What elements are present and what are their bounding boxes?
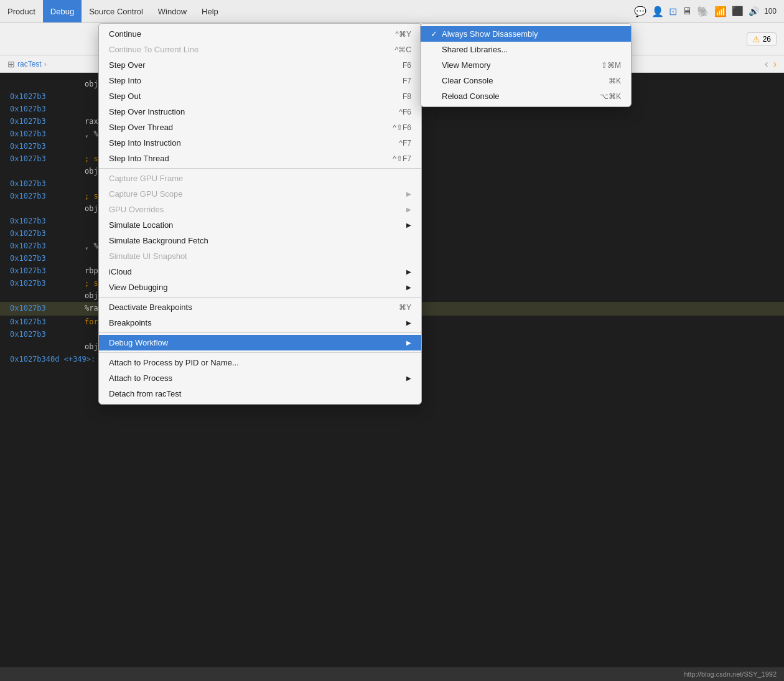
menubar: Product Debug Source Control Window Help…	[0, 0, 784, 23]
breadcrumb-chevron: ›	[44, 60, 47, 68]
menu-item-icloud[interactable]: iCloud ▶	[99, 264, 421, 279]
elephant-icon[interactable]: 🐘	[697, 6, 709, 17]
menu-separator-1	[99, 168, 421, 169]
profile-icon[interactable]: 👤	[651, 6, 664, 17]
menu-item-deactivate-breakpoints[interactable]: Deactivate Breakpoints ⌘Y	[99, 299, 421, 315]
remote-icon[interactable]: ⊡	[669, 6, 677, 17]
screen-icon[interactable]: ⬛	[732, 6, 744, 17]
menu-item-capture-gpu-scope[interactable]: Capture GPU Scope ▶	[99, 186, 421, 202]
menu-item-capture-gpu-frame[interactable]: Capture GPU Frame	[99, 171, 421, 186]
submenu-item-reload-console[interactable]: Reload Console ⌥⌘K	[421, 88, 631, 104]
menubar-item-debug[interactable]: Debug	[43, 0, 82, 22]
menu-item-step-out[interactable]: Step Out F8	[99, 88, 421, 104]
breadcrumb-project[interactable]: racTest	[17, 60, 42, 68]
menubar-item-window[interactable]: Window	[151, 0, 194, 22]
time-display: 100	[764, 7, 777, 16]
wifi-icon[interactable]: 📶	[714, 6, 727, 17]
menubar-right-area: 💬 👤 ⊡ 🖥 🐘 📶 ⬛ 🔊 100	[634, 6, 784, 17]
grid-icon: ⊞	[7, 59, 15, 69]
menu-item-step-over-thread[interactable]: Step Over Thread ^⇧F6	[99, 120, 421, 135]
menu-item-view-debugging[interactable]: View Debugging ▶	[99, 279, 421, 295]
menu-separator-2	[99, 297, 421, 298]
menu-item-step-into-thread[interactable]: Step Into Thread ^⇧F7	[99, 151, 421, 166]
menubar-item-product[interactable]: Product	[0, 0, 43, 22]
menu-item-attach-to-process[interactable]: Attach to Process ▶	[99, 370, 421, 386]
menu-item-continue[interactable]: Continue ^⌘Y	[99, 26, 421, 42]
monitor-icon[interactable]: 🖥	[682, 6, 692, 17]
volume-icon[interactable]: 🔊	[749, 6, 759, 16]
nav-arrow-right[interactable]: ›	[773, 59, 777, 70]
submenu-item-always-show-disassembly[interactable]: ✓ Always Show Disassembly	[421, 26, 631, 42]
menu-item-step-over[interactable]: Step Over F6	[99, 57, 421, 73]
submenu-item-clear-console[interactable]: Clear Console ⌘K	[421, 73, 631, 88]
menubar-item-help[interactable]: Help	[194, 0, 226, 22]
nav-arrow[interactable]: ‹	[765, 59, 768, 70]
menu-item-gpu-overrides[interactable]: GPU Overrides ▶	[99, 202, 421, 217]
debug-workflow-submenu: ✓ Always Show Disassembly Shared Librari…	[420, 23, 632, 107]
status-bar: http://blog.csdn.net/SSY_1992	[0, 667, 784, 681]
menu-item-step-over-instruction[interactable]: Step Over Instruction ^F6	[99, 104, 421, 120]
menu-item-breakpoints[interactable]: Breakpoints ▶	[99, 315, 421, 331]
menu-item-detach-from-ractest[interactable]: Detach from racTest	[99, 386, 421, 402]
debug-dropdown-menu: Continue ^⌘Y Continue To Current Line ^⌘…	[98, 23, 422, 405]
submenu-item-view-memory[interactable]: View Memory ⇧⌘M	[421, 57, 631, 73]
menu-item-simulate-ui-snapshot[interactable]: Simulate UI Snapshot	[99, 248, 421, 264]
menu-item-step-into[interactable]: Step Into F7	[99, 73, 421, 88]
menu-item-continue-to-current-line[interactable]: Continue To Current Line ^⌘C	[99, 42, 421, 57]
submenu-item-shared-libraries[interactable]: Shared Libraries...	[421, 42, 631, 57]
menu-item-simulate-location[interactable]: Simulate Location ▶	[99, 217, 421, 233]
menu-item-simulate-background-fetch[interactable]: Simulate Background Fetch	[99, 233, 421, 248]
warning-icon: ⚠	[752, 34, 760, 44]
status-url: http://blog.csdn.net/SSY_1992	[684, 670, 777, 678]
chat-icon[interactable]: 💬	[634, 6, 646, 17]
warning-badge[interactable]: ⚠ 26	[747, 32, 777, 46]
menu-separator-4	[99, 352, 421, 353]
warning-count: 26	[763, 35, 771, 44]
menu-separator-3	[99, 332, 421, 333]
menu-item-attach-to-process-pid[interactable]: Attach to Process by PID or Name...	[99, 355, 421, 370]
menu-item-debug-workflow[interactable]: Debug Workflow ▶	[99, 335, 421, 350]
menubar-item-source-control[interactable]: Source Control	[82, 0, 151, 22]
menu-item-step-into-instruction[interactable]: Step Into Instruction ^F7	[99, 135, 421, 151]
checkmark-icon: ✓	[431, 29, 441, 39]
